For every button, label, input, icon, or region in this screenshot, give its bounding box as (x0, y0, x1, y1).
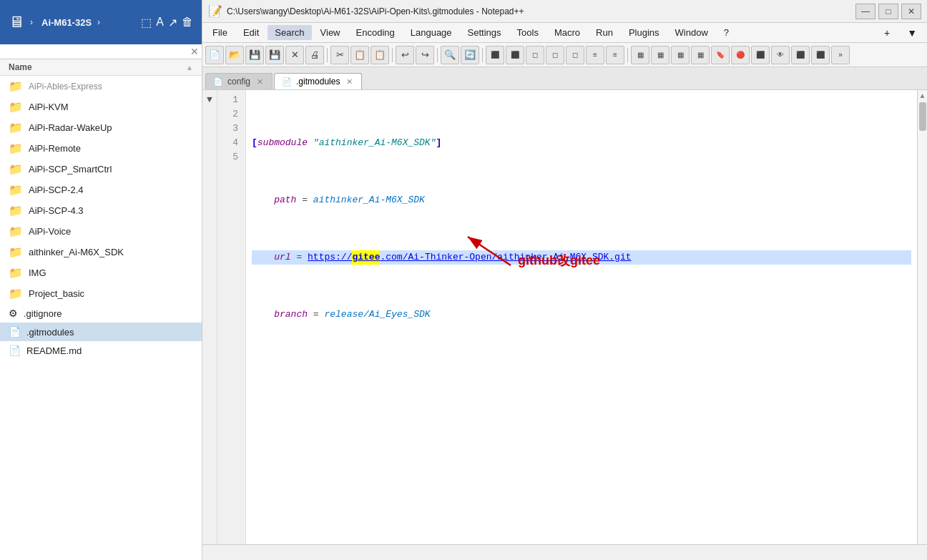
file-settings-icon: ⚙ (9, 308, 18, 319)
folder-name: AiPi-Remote (29, 143, 81, 154)
folder-icon: 📁 (9, 142, 23, 155)
toolbar-sep-3 (437, 48, 438, 62)
folder-item-sdk[interactable]: 📁 aithinker_Ai-M6X_SDK (0, 242, 202, 262)
folder-item-radar[interactable]: 📁 AiPi-Radar-WakeUp (0, 117, 202, 138)
sidebar-icon-1[interactable]: ⬚ (141, 16, 152, 29)
toolbar-open[interactable]: 📂 (225, 46, 244, 64)
toolbar-b16[interactable]: ⬛ (791, 46, 810, 64)
menu-view[interactable]: View (313, 25, 348, 40)
menu-run[interactable]: Run (589, 25, 620, 40)
tab-gitmodules[interactable]: 📄 .gitmodules ✕ (274, 73, 362, 89)
toolbar-b8[interactable]: ▦ (631, 46, 649, 64)
close-button[interactable]: ✕ (901, 4, 921, 19)
folder-icon: 📁 (9, 204, 23, 217)
toolbar-save[interactable]: 💾 (245, 46, 264, 64)
folder-icon: 📁 (9, 266, 23, 280)
monitor-icon: 🖥 (9, 13, 24, 31)
toolbar-b15[interactable]: 👁 (771, 46, 790, 64)
folder-item-scp43[interactable]: 📁 AiPi-SCP-4.3 (0, 200, 202, 221)
menu-macro[interactable]: Macro (547, 25, 587, 40)
folder-item-kvm[interactable]: 📁 AiPi-KVM (0, 97, 202, 117)
toolbar-b4[interactable]: ◻ (546, 46, 564, 64)
kw-url: url (274, 250, 290, 265)
tab-gitmodules-label: .gitmodules (296, 77, 340, 87)
indent-3 (252, 250, 274, 265)
toolbar-b13[interactable]: 🔴 (731, 46, 750, 64)
folder-icon: 📁 (9, 121, 23, 134)
toolbar-more[interactable]: » (831, 46, 850, 64)
folder-item-gitignore[interactable]: ⚙ .gitignore (0, 304, 202, 323)
sidebar-icon-3[interactable]: ↗ (168, 16, 177, 29)
toolbar-cut[interactable]: ✂ (330, 46, 349, 64)
toolbar-b7[interactable]: ≡ (606, 46, 624, 64)
scroll-up-btn[interactable]: ▲ (919, 92, 926, 99)
toolbar-b2[interactable]: ⬛ (506, 46, 524, 64)
toolbar-find[interactable]: 🔍 (441, 46, 459, 64)
folder-item-express[interactable]: 📁 AiPi-Ables-Express (0, 76, 202, 97)
folder-item-gitmodules[interactable]: 📄 .gitmodules (0, 323, 202, 341)
menu-edit[interactable]: Edit (236, 25, 266, 40)
folder-item-project[interactable]: 📁 Project_basic (0, 283, 202, 304)
folder-item-img[interactable]: 📁 IMG (0, 262, 202, 283)
val-path: aithinker_Ai-M6X_SDK (313, 193, 425, 207)
toolbar-b10[interactable]: ▦ (671, 46, 690, 64)
editor-area: ▼ 1 2 3 4 5 [submodule "aithinker_Ai-M6X… (202, 90, 927, 544)
sidebar-close-icon[interactable]: ✕ (190, 46, 199, 57)
file-text-icon: 📄 (9, 326, 21, 338)
menu-plugins[interactable]: Plugins (622, 25, 667, 40)
editor-content[interactable]: [submodule "aithinker_Ai-M6X_SDK"] path … (246, 90, 917, 544)
folder-item-remote[interactable]: 📁 AiPi-Remote (0, 138, 202, 159)
toolbar-b14[interactable]: ⬛ (751, 46, 770, 64)
toolbar-undo[interactable]: ↩ (396, 46, 414, 64)
toolbar-b1[interactable]: ⬛ (486, 46, 504, 64)
sidebar-icon-2[interactable]: A (156, 16, 164, 29)
folder-item-readme[interactable]: 📄 README.md (0, 341, 202, 360)
scroll-thumb[interactable] (919, 102, 926, 131)
toolbar-b3[interactable]: ◻ (526, 46, 544, 64)
folder-name: AiPi-SCP-4.3 (29, 205, 84, 216)
tab-gitmodules-close[interactable]: ✕ (344, 77, 354, 87)
tab-config[interactable]: 📄 config ✕ (205, 73, 273, 89)
eq-3: = (291, 250, 308, 265)
toolbar-b6[interactable]: ≡ (586, 46, 604, 64)
menu-tools[interactable]: Tools (510, 25, 546, 40)
menu-settings[interactable]: Settings (461, 25, 509, 40)
toolbar-new[interactable]: 📄 (205, 46, 224, 64)
fold-marker-2 (205, 107, 214, 122)
toolbar-close[interactable]: ✕ (285, 46, 304, 64)
folder-name: aithinker_Ai-M6X_SDK (29, 247, 124, 257)
toolbar-b5[interactable]: ◻ (566, 46, 584, 64)
toolbar-paste[interactable]: 📋 (371, 46, 389, 64)
minimize-button[interactable]: — (855, 4, 876, 19)
code-line-5 (252, 365, 911, 379)
toolbar-replace[interactable]: 🔄 (461, 46, 479, 64)
folder-item-voice[interactable]: 📁 AiPi-Voice (0, 221, 202, 242)
scrollbar-vertical[interactable]: ▲ (917, 90, 927, 544)
menu-file[interactable]: File (205, 25, 235, 40)
menu-help[interactable]: ? (717, 25, 736, 40)
indent-4 (252, 308, 274, 322)
toolbar-b12[interactable]: 🔖 (711, 46, 730, 64)
fold-marker-1[interactable]: ▼ (205, 93, 214, 107)
menu-search[interactable]: Search (268, 25, 311, 40)
toolbar-sep-5 (627, 48, 628, 62)
code-line-2: path = aithinker_Ai-M6X_SDK (252, 193, 911, 207)
toolbar-redo[interactable]: ↪ (416, 46, 434, 64)
folder-item-scp24[interactable]: 📁 AiPi-SCP-2.4 (0, 180, 202, 200)
menu-window[interactable]: Window (668, 25, 715, 40)
toolbar-b9[interactable]: ▦ (651, 46, 670, 64)
toolbar-b11[interactable]: ▦ (691, 46, 710, 64)
toolbar-print[interactable]: 🖨 (305, 46, 324, 64)
folder-item-scp-smart[interactable]: 📁 AiPi-SCP_SmartCtrl (0, 159, 202, 180)
folder-icon: 📁 (9, 183, 23, 197)
menu-encoding[interactable]: Encoding (349, 25, 402, 40)
toolbar-b17[interactable]: ⬛ (811, 46, 830, 64)
tab-config-close[interactable]: ✕ (255, 77, 265, 87)
toolbar-copy[interactable]: 📋 (350, 46, 369, 64)
menu-language[interactable]: Language (403, 25, 459, 40)
toolbar-saveall[interactable]: 💾 (265, 46, 284, 64)
menu-dropdown[interactable]: ▼ (900, 25, 924, 41)
menu-add-tab[interactable]: + (877, 25, 897, 41)
sidebar-icon-4[interactable]: 🗑 (182, 16, 193, 29)
maximize-button[interactable]: □ (878, 4, 898, 19)
